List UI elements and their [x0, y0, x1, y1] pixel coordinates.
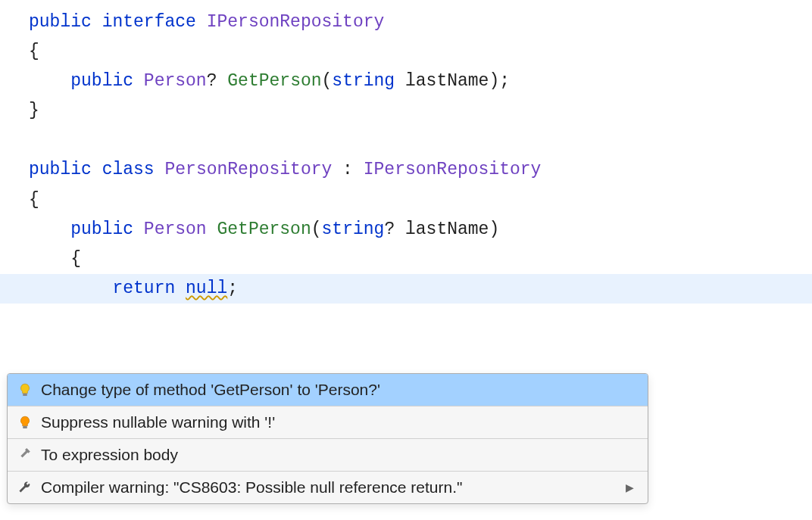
svg-rect-1: [23, 426, 27, 428]
method-name: GetPerson: [227, 71, 321, 91]
param-type: string: [332, 71, 395, 91]
code-editor[interactable]: public interface IPersonRepository { pub…: [0, 0, 812, 304]
param-name: lastName: [405, 71, 489, 91]
type-name: IPersonRepository: [207, 12, 385, 32]
quick-fix-label: To expression body: [41, 446, 639, 464]
wrench-icon: [17, 479, 33, 496]
param-type: string: [322, 220, 385, 239]
quick-fix-label: Change type of method 'GetPerson' to 'Pe…: [41, 381, 639, 399]
svg-rect-0: [23, 394, 27, 396]
quick-fix-label: Compiler warning: "CS8603: Possible null…: [41, 478, 618, 497]
type-name: IPersonRepository: [364, 160, 542, 179]
param-name: lastName: [405, 220, 489, 239]
quick-fix-item-change-type[interactable]: Change type of method 'GetPerson' to 'Pe…: [8, 374, 648, 406]
type-name: PersonRepository: [164, 160, 332, 179]
quick-fix-label: Suppress nullable warning with '!': [41, 413, 639, 431]
keyword: public: [70, 220, 133, 239]
brace: }: [29, 101, 39, 120]
bulb-icon: [17, 381, 33, 398]
code-line-highlighted: return null;: [0, 274, 812, 304]
code-line: {: [29, 185, 812, 215]
keyword: public: [29, 12, 92, 32]
hammer-icon: [17, 447, 33, 463]
keyword: class: [102, 160, 155, 179]
brace: {: [70, 249, 81, 269]
type-name: Person: [144, 71, 207, 91]
keyword: public: [70, 71, 133, 91]
quick-fix-popup: Change type of method 'GetPerson' to 'Pe…: [7, 373, 648, 504]
keyword: return: [112, 279, 175, 298]
code-line: public Person? GetPerson(string lastName…: [29, 67, 812, 96]
code-line: {: [29, 37, 812, 67]
type-name: Person: [144, 220, 207, 239]
brace: {: [29, 42, 39, 61]
code-line: [29, 126, 812, 155]
warning-underline[interactable]: null: [186, 279, 227, 298]
quick-fix-item-compiler-warning[interactable]: Compiler warning: "CS8603: Possible null…: [8, 472, 648, 503]
code-line: }: [29, 96, 812, 126]
bulb-icon: [17, 414, 33, 431]
keyword: public: [29, 160, 92, 179]
quick-fix-item-suppress[interactable]: Suppress nullable warning with '!': [8, 406, 648, 439]
code-line: {: [29, 244, 812, 274]
code-line: public Person GetPerson(string? lastName…: [29, 215, 812, 244]
chevron-right-icon: ▶: [626, 481, 634, 494]
keyword: interface: [102, 12, 196, 32]
code-line: public class PersonRepository : IPersonR…: [29, 155, 812, 185]
brace: {: [29, 190, 39, 210]
quick-fix-item-expression-body[interactable]: To expression body: [8, 439, 648, 472]
method-name: GetPerson: [217, 220, 311, 239]
code-line: public interface IPersonRepository: [29, 8, 812, 37]
